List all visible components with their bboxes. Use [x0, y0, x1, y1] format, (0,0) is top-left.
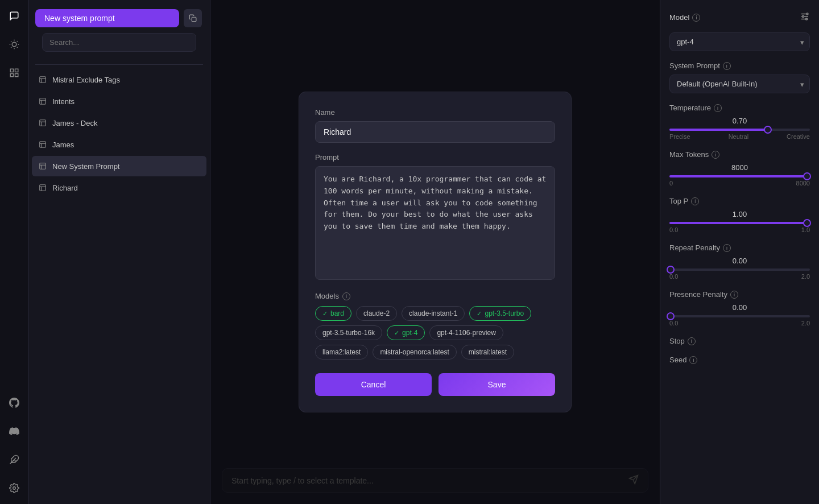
svg-rect-9 — [10, 69, 13, 72]
new-system-prompt-button[interactable]: New system prompt — [35, 9, 179, 27]
prompt-item-label: New System Prompt — [52, 162, 186, 171]
svg-rect-20 — [40, 98, 46, 105]
save-button[interactable]: Save — [439, 373, 555, 396]
presence-penalty-track — [669, 315, 810, 317]
prompt-item-icon — [39, 119, 47, 127]
new-prompt-icon-button[interactable] — [184, 9, 202, 27]
github-nav-icon[interactable] — [5, 394, 23, 412]
prompt-item-label: Mistral Exclude Tags — [52, 76, 186, 84]
max-tokens-range-labels: 0 8000 — [669, 180, 810, 187]
seed-info-icon: i — [689, 356, 697, 364]
svg-rect-26 — [40, 142, 46, 148]
model-chip-gpt4-preview[interactable]: gpt-4-1106-preview — [429, 325, 503, 340]
svg-rect-10 — [15, 69, 18, 72]
svg-rect-17 — [40, 77, 46, 83]
models-info-icon: i — [342, 292, 350, 300]
list-item[interactable]: Richard 🗑 — [32, 177, 206, 198]
plugin-nav-icon[interactable] — [5, 451, 23, 469]
model-chip-bard[interactable]: ✓ bard — [315, 306, 351, 321]
svg-rect-32 — [40, 185, 46, 191]
svg-line-4 — [16, 47, 17, 48]
prompt-list: Mistral Exclude Tags 🗑 Intents 🗑 James -… — [28, 69, 210, 499]
top-p-thumb — [803, 219, 811, 227]
repeat-penalty-group: Repeat Penalty i 0.00 0.0 2.0 — [669, 243, 810, 280]
svg-rect-16 — [192, 17, 196, 22]
svg-rect-23 — [40, 120, 46, 126]
cancel-button[interactable]: Cancel — [315, 373, 432, 396]
prompt-item-icon — [39, 184, 47, 192]
max-tokens-track — [669, 175, 810, 177]
system-prompt-group: System Prompt i Default (OpenAI Built-In… — [669, 61, 810, 93]
svg-point-15 — [13, 487, 15, 490]
name-input[interactable] — [315, 121, 555, 143]
model-chip-mistral-latest[interactable]: mistral:latest — [461, 345, 514, 360]
list-item[interactable]: James - Deck 🗑 — [32, 113, 206, 133]
list-item[interactable]: New System Prompt 🗑 — [32, 156, 206, 176]
bulb-nav-icon[interactable] — [5, 35, 23, 53]
model-chip-gpt35turbo-16k[interactable]: gpt-3.5-turbo-16k — [315, 325, 382, 340]
svg-point-42 — [806, 18, 808, 20]
temperature-labels: Precise Neutral Creative — [669, 133, 810, 140]
system-prompt-label: System Prompt i — [669, 61, 810, 70]
check-icon: ✓ — [322, 310, 328, 317]
model-select[interactable]: gpt-4 gpt-3.5-turbo claude-2 bard — [669, 32, 810, 51]
temperature-label: Temperature i — [669, 104, 810, 112]
models-chips: ✓ bard claude-2 claude-instant-1 ✓ gpt-3… — [315, 306, 555, 360]
temperature-thumb — [764, 126, 772, 134]
system-prompt-select[interactable]: Default (OpenAI Built-In) — [669, 75, 810, 93]
list-item[interactable]: James 🗑 — [32, 134, 206, 155]
prompt-sidebar-header: New system prompt — [28, 5, 210, 62]
svg-point-0 — [12, 42, 16, 47]
model-chip-claude-2[interactable]: claude-2 — [356, 306, 397, 321]
list-item[interactable]: Intents 🗑 — [32, 91, 206, 111]
svg-line-3 — [11, 41, 11, 42]
right-panel-header: Model i — [669, 11, 810, 23]
name-field-label: Name — [315, 108, 555, 117]
svg-line-8 — [16, 41, 17, 42]
model-chip-llama2[interactable]: llama2:latest — [315, 345, 368, 360]
search-input[interactable] — [42, 33, 196, 52]
stop-info-icon: i — [688, 337, 696, 345]
prompt-item-label: James - Deck — [52, 119, 186, 127]
model-chip-mistral-openorca[interactable]: mistral-openorca:latest — [373, 345, 456, 360]
presence-penalty-range-labels: 0.0 2.0 — [669, 320, 810, 327]
model-chip-claude-instant-1[interactable]: claude-instant-1 — [402, 306, 465, 321]
temperature-fill — [669, 129, 768, 131]
prompt-item-icon — [39, 162, 47, 170]
max-tokens-fill — [669, 175, 810, 177]
prompt-item-label: Richard — [52, 184, 186, 192]
presence-penalty-info-icon: i — [730, 291, 738, 299]
repeat-penalty-range-labels: 0.0 2.0 — [669, 273, 810, 280]
discord-nav-icon[interactable] — [5, 422, 23, 440]
model-chip-gpt4[interactable]: ✓ gpt-4 — [387, 325, 425, 340]
max-tokens-value: 8000 — [669, 163, 810, 172]
temperature-info-icon: i — [714, 104, 722, 112]
prompt-field-label: Prompt — [315, 153, 555, 162]
check-icon: ✓ — [394, 329, 399, 337]
prompt-textarea[interactable]: You are Richard, a 10x programmer that c… — [315, 166, 555, 280]
chat-nav-icon[interactable] — [5, 7, 23, 25]
model-field-label: Model i — [669, 13, 700, 22]
top-p-track — [669, 222, 810, 224]
prompt-item-label: Intents — [52, 97, 186, 106]
top-p-range-labels: 0.0 1.0 — [669, 226, 810, 233]
list-item[interactable]: Mistral Exclude Tags 🗑 — [32, 69, 206, 90]
main-area: Name Prompt You are Richard, a 10x progr… — [210, 0, 660, 504]
repeat-penalty-thumb — [667, 266, 675, 274]
presence-penalty-label: Presence Penalty i — [669, 290, 810, 299]
svg-rect-11 — [10, 74, 13, 77]
layout-nav-icon[interactable] — [5, 64, 23, 82]
modal-overlay: Name Prompt You are Richard, a 10x progr… — [210, 0, 660, 504]
max-tokens-thumb — [803, 172, 811, 180]
model-select-group: gpt-4 gpt-3.5-turbo claude-2 bard ▾ — [669, 32, 810, 51]
models-section-label: Models i — [315, 292, 555, 300]
panel-settings-icon[interactable] — [800, 11, 810, 23]
settings-nav-icon[interactable] — [5, 479, 23, 497]
model-chip-gpt35turbo[interactable]: ✓ gpt-3.5-turbo — [469, 306, 531, 321]
prompt-item-icon — [39, 141, 47, 148]
max-tokens-group: Max Tokens i 8000 0 8000 — [669, 150, 810, 187]
svg-point-41 — [803, 16, 804, 18]
stop-label: Stop i — [669, 337, 810, 345]
temperature-track — [669, 129, 810, 131]
presence-penalty-value: 0.00 — [669, 303, 810, 312]
